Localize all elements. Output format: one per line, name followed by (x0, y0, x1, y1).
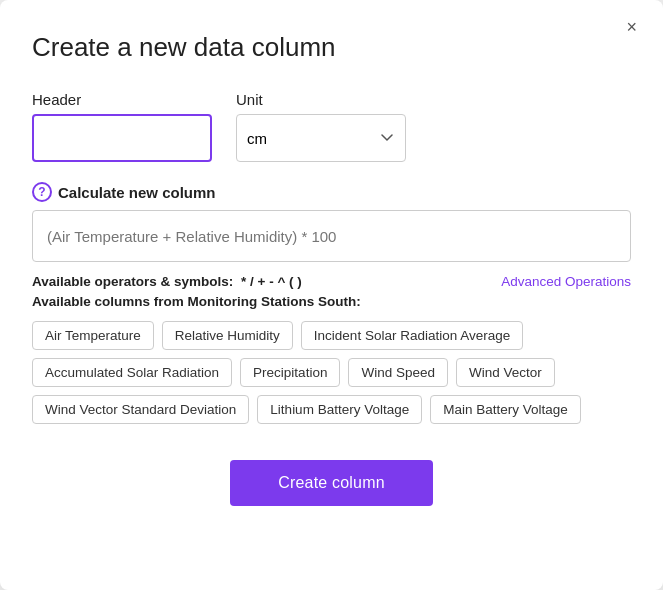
operators-text: Available operators & symbols: * / + - ^… (32, 272, 302, 290)
close-button[interactable]: × (620, 16, 643, 38)
list-item[interactable]: Relative Humidity (162, 321, 293, 350)
operators-symbols: * / + - ^ ( ) (241, 274, 302, 289)
calculate-section: ? Calculate new column (32, 182, 631, 262)
list-item[interactable]: Air Temperature (32, 321, 154, 350)
list-item[interactable]: Lithium Battery Voltage (257, 395, 422, 424)
operators-row: Available operators & symbols: * / + - ^… (32, 272, 631, 290)
columns-source-label: Available columns from Monitoring Statio… (32, 294, 631, 309)
header-label: Header (32, 91, 212, 108)
columns-grid: Air TemperatureRelative HumidityIncident… (32, 321, 631, 424)
list-item[interactable]: Accumulated Solar Radiation (32, 358, 232, 387)
modal-title: Create a new data column (32, 32, 631, 63)
advanced-operations-link[interactable]: Advanced Operations (501, 274, 631, 289)
create-column-button[interactable]: Create column (230, 460, 433, 506)
form-header-unit-row: Header Unit cm m km % °C °F hPa mm W/m² … (32, 91, 631, 162)
formula-input[interactable] (32, 210, 631, 262)
operators-prefix: Available operators & symbols: (32, 274, 233, 289)
unit-label: Unit (236, 91, 406, 108)
list-item[interactable]: Main Battery Voltage (430, 395, 581, 424)
list-item[interactable]: Precipitation (240, 358, 340, 387)
list-item[interactable]: Wind Vector (456, 358, 555, 387)
modal-dialog: × Create a new data column Header Unit c… (0, 0, 663, 590)
unit-group: Unit cm m km % °C °F hPa mm W/m² m/s (236, 91, 406, 162)
list-item[interactable]: Wind Vector Standard Deviation (32, 395, 249, 424)
header-group: Header (32, 91, 212, 162)
unit-select[interactable]: cm m km % °C °F hPa mm W/m² m/s (236, 114, 406, 162)
help-icon: ? (32, 182, 52, 202)
list-item[interactable]: Incident Solar Radiation Average (301, 321, 523, 350)
header-input[interactable] (32, 114, 212, 162)
calculate-label-text: Calculate new column (58, 184, 216, 201)
list-item[interactable]: Wind Speed (348, 358, 448, 387)
create-btn-row: Create column (32, 460, 631, 506)
calculate-label-row: ? Calculate new column (32, 182, 631, 202)
